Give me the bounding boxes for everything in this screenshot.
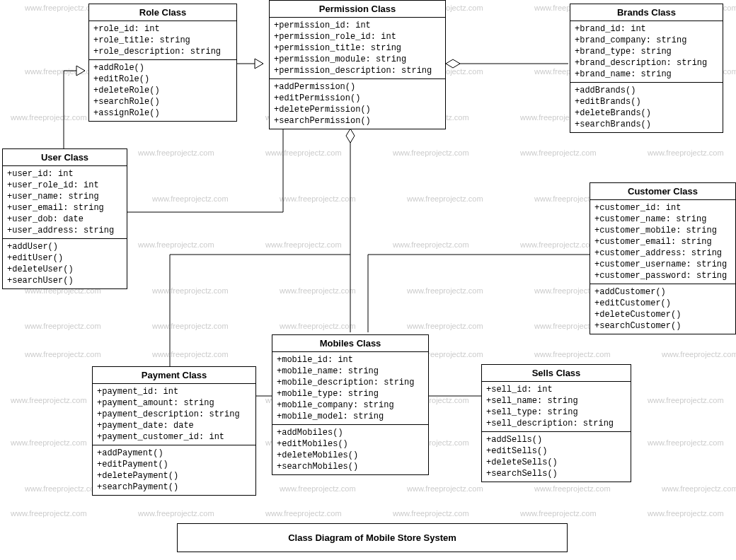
class-operations: +addMobiles()+editMobiles()+deleteMobile… [272, 425, 428, 474]
class-permission: Permission Class +permission_id: int+per… [269, 0, 446, 129]
watermark-text: www.freeprojectz.com [265, 240, 342, 249]
watermark-text: www.freeprojectz.com [138, 240, 214, 249]
svg-marker-1 [255, 59, 263, 69]
watermark-text: www.freeprojectz.com [11, 438, 87, 447]
watermark-text: www.freeprojectz.com [280, 484, 356, 493]
class-operations: +addRole()+editRole()+deleteRole()+searc… [89, 60, 236, 121]
watermark-text: www.freeprojectz.com [407, 194, 483, 203]
watermark-text: www.freeprojectz.com [662, 484, 736, 493]
class-attributes: +user_id: int+user_role_id: int+user_nam… [3, 166, 127, 239]
watermark-text: www.freeprojectz.com [520, 509, 597, 518]
watermark-text: www.freeprojectz.com [11, 509, 87, 518]
class-attributes: +permission_id: int+permission_role_id: … [270, 18, 445, 79]
watermark-text: www.freeprojectz.com [407, 322, 483, 330]
class-operations: +addBrands()+editBrands()+deleteBrands()… [570, 83, 723, 132]
watermark-text: www.freeprojectz.com [407, 484, 483, 493]
class-sells: Sells Class +sell_id: int+sell_name: str… [481, 364, 631, 482]
class-operations: +addPermission()+editPermission()+delete… [270, 79, 445, 129]
class-payment: Payment Class +payment_id: int+payment_a… [92, 366, 256, 496]
class-attributes: +customer_id: int+customer_name: string+… [590, 200, 735, 284]
watermark-text: www.freeprojectz.com [393, 240, 469, 249]
class-attributes: +payment_id: int+payment_amount: string+… [93, 384, 255, 445]
class-attributes: +brand_id: int+brand_company: string+bra… [570, 21, 723, 83]
class-brands: Brands Class +brand_id: int+brand_compan… [570, 4, 723, 133]
class-operations: +addCustomer()+editCustomer()+deleteCust… [590, 284, 735, 334]
watermark-text: www.freeprojectz.com [25, 322, 101, 330]
watermark-text: www.freeprojectz.com [280, 322, 356, 330]
class-title: Customer Class [590, 183, 735, 200]
class-operations: +addPayment()+editPayment()+deletePaymen… [93, 445, 255, 495]
watermark-text: www.freeprojectz.com [280, 286, 356, 295]
watermark-text: www.freeprojectz.com [265, 509, 342, 518]
class-operations: +addUser()+editUser()+deleteUser()+searc… [3, 239, 127, 288]
watermark-text: www.freeprojectz.com [648, 396, 724, 404]
watermark-text: www.freeprojectz.com [648, 438, 724, 447]
watermark-text: www.freeprojectz.com [662, 350, 736, 358]
watermark-text: www.freeprojectz.com [393, 148, 469, 157]
watermark-text: www.freeprojectz.com [11, 113, 87, 122]
watermark-text: www.freeprojectz.com [138, 148, 214, 157]
svg-marker-8 [346, 129, 355, 143]
watermark-text: www.freeprojectz.com [152, 350, 229, 358]
class-attributes: +sell_id: int+sell_name: string+sell_typ… [482, 382, 631, 432]
class-user: User Class +user_id: int+user_role_id: i… [2, 148, 127, 289]
watermark-text: www.freeprojectz.com [25, 484, 101, 493]
watermark-text: www.freeprojectz.com [534, 484, 611, 493]
class-mobiles: Mobiles Class +mobile_id: int+mobile_nam… [272, 334, 429, 475]
watermark-text: www.freeprojectz.com [25, 350, 101, 358]
svg-marker-4 [76, 66, 85, 76]
watermark-text: www.freeprojectz.com [152, 194, 229, 203]
watermark-text: www.freeprojectz.com [138, 509, 214, 518]
watermark-text: www.freeprojectz.com [520, 148, 597, 157]
watermark-text: www.freeprojectz.com [152, 286, 229, 295]
class-attributes: +role_id: int+role_title: string+role_de… [89, 21, 236, 60]
class-title: Permission Class [270, 1, 445, 18]
watermark-text: www.freeprojectz.com [11, 396, 87, 404]
watermark-text: www.freeprojectz.com [393, 509, 469, 518]
watermark-text: www.freeprojectz.com [280, 194, 356, 203]
class-title: Mobiles Class [272, 335, 428, 352]
class-title: Brands Class [570, 4, 723, 21]
class-title: Payment Class [93, 367, 255, 384]
class-title: Sells Class [482, 365, 631, 382]
watermark-text: www.freeprojectz.com [265, 148, 342, 157]
watermark-text: www.freeprojectz.com [534, 350, 611, 358]
watermark-text: www.freeprojectz.com [520, 240, 597, 249]
class-attributes: +mobile_id: int+mobile_name: string+mobi… [272, 352, 428, 425]
watermark-text: www.freeprojectz.com [152, 322, 229, 330]
watermark-text: www.freeprojectz.com [648, 148, 724, 157]
class-title: User Class [3, 149, 127, 166]
diagram-caption: Class Diagram of Mobile Store System [177, 523, 568, 552]
svg-marker-6 [446, 59, 460, 68]
class-title: Role Class [89, 4, 236, 21]
class-operations: +addSells()+editSells()+deleteSells()+se… [482, 432, 631, 482]
class-customer: Customer Class +customer_id: int+custome… [590, 182, 736, 334]
watermark-text: www.freeprojectz.com [407, 286, 483, 295]
watermark-text: www.freeprojectz.com [648, 509, 724, 518]
class-role: Role Class +role_id: int+role_title: str… [88, 4, 237, 122]
